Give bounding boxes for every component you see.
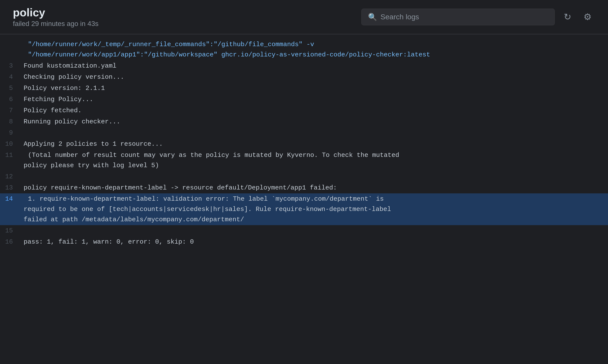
log-content: pass: 1, fail: 1, warn: 0, error: 0, ski… [19,237,608,247]
log-line: 4 Checking policy version... [0,71,608,83]
search-input[interactable] [380,13,548,21]
log-continuation: policy please try with log level 5) [24,160,608,171]
log-line: 16 pass: 1, fail: 1, warn: 0, error: 0, … [0,236,608,247]
log-line-highlighted: 14 1. require-known-department-label: va… [0,193,608,225]
refresh-icon: ↻ [564,12,571,22]
header-right: 🔍 ↻ ⚙ [361,9,595,25]
line-number: 15 [0,226,19,236]
line-number-link[interactable]: 14 [0,194,19,204]
page-title: policy [13,6,98,19]
log-line: 3 Found kustomization.yaml [0,60,608,71]
log-line: 12 [0,171,608,182]
log-line: 5 Policy version: 2.1.1 [0,83,608,94]
log-line: "/home/runner/work/_temp/_runner_file_co… [0,39,608,60]
line-number: 8 [0,117,19,127]
log-line: 8 Running policy checker... [0,116,608,127]
log-content: Policy fetched. [19,105,608,116]
log-line: 9 [0,127,608,138]
log-content: 1. require-known-department-label: valid… [24,194,608,204]
line-number: 6 [0,94,19,104]
line-number: 4 [0,72,19,82]
log-content: Fetching Policy... [19,94,608,104]
log-continuation-2: failed at path /metadata/labels/mycompan… [24,214,608,225]
log-content: Found kustomization.yaml [19,61,608,71]
refresh-button[interactable]: ↻ [560,9,575,25]
log-content: (Total number of result count may vary a… [24,150,608,160]
line-number: 9 [0,128,19,138]
log-line: 13 policy require-known-department-label… [0,182,608,193]
header: policy failed 29 minutes ago in 43s 🔍 ↻ … [0,0,608,34]
log-content: "/home/runner/work/_temp/_runner_file_co… [24,39,608,50]
log-continuation: "/home/runner/work/app1/app1":"/github/w… [24,50,608,60]
line-number: 12 [0,171,19,182]
log-content: Policy version: 2.1.1 [19,83,608,93]
log-continuation: required to be one of [tech|accounts|ser… [24,204,608,214]
log-line: 6 Fetching Policy... [0,94,608,105]
log-content: Applying 2 policies to 1 resource... [19,139,608,149]
line-number: 13 [0,183,19,193]
line-number: 10 [0,139,19,149]
log-content: Running policy checker... [19,117,608,127]
line-number: 3 [0,61,19,71]
log-line: 10 Applying 2 policies to 1 resource... [0,138,608,150]
log-container: "/home/runner/work/_temp/_runner_file_co… [0,35,608,252]
settings-button[interactable]: ⚙ [580,9,595,25]
line-number: 5 [0,83,19,93]
line-number: 11 [0,150,19,160]
log-content: policy require-known-department-label ->… [19,183,608,193]
search-box[interactable]: 🔍 [361,9,555,25]
line-number: 7 [0,105,19,116]
settings-icon: ⚙ [583,12,592,22]
line-number: 16 [0,237,19,247]
log-content: Checking policy version... [19,72,608,82]
page-subtitle: failed 29 minutes ago in 43s [13,20,98,28]
log-line: 7 Policy fetched. [0,105,608,116]
header-left: policy failed 29 minutes ago in 43s [13,6,98,28]
search-icon: 🔍 [368,13,377,21]
log-line: 15 [0,225,608,236]
log-line: 11 (Total number of result count may var… [0,150,608,171]
